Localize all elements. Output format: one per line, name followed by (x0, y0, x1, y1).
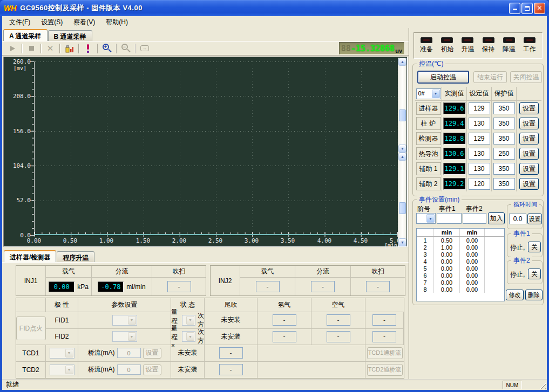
cancel-button[interactable]: ✕ (43, 43, 57, 54)
detector-setpoint-input[interactable]: 129 (469, 133, 490, 145)
inj2-purge-value: - (366, 281, 390, 292)
menu-file[interactable]: 文件(F) (4, 16, 36, 29)
event2-off-button[interactable]: 关 (528, 269, 541, 279)
fid2-hydrogen-value: - (327, 331, 350, 342)
event-row[interactable]: 30.000.00 (417, 251, 504, 258)
inj1-label: INJ1 (16, 266, 46, 295)
tcd-setpoint-input[interactable]: 130 (469, 148, 490, 160)
event-row[interactable]: 80.000.00 (417, 286, 504, 293)
event-row[interactable]: 50.000.00 (417, 265, 504, 272)
tcd2-polarity-select[interactable]: ▼ (50, 365, 74, 375)
scroll-down-icon[interactable]: ▼ (398, 238, 406, 246)
event1-state-label: 停止, (510, 243, 525, 252)
y-major-ticks (30, 61, 35, 236)
tab-channel-a[interactable]: A 通道采样 (3, 29, 48, 41)
tcd1-gas-blank (257, 345, 365, 362)
tcd1-bridge-set-button[interactable]: 设置 (143, 348, 161, 359)
aux2-protect-input[interactable]: 350 (493, 178, 515, 190)
fid-ignite-button[interactable]: FID点火 (16, 317, 46, 340)
x-tick-label: 2.00 (172, 237, 187, 244)
zoom-out-button[interactable]: − (119, 43, 133, 54)
event1-unit-header: min (434, 229, 460, 236)
stop-acquisition-button[interactable] (24, 43, 38, 54)
full-scale-button[interactable]: ↔ (138, 43, 152, 54)
fid1-range-select[interactable]: ▼ (182, 315, 195, 326)
scale-scrollbar-lower[interactable]: ▲ ▼ (398, 153, 406, 246)
aux2-set-button[interactable]: 设置 (519, 178, 539, 190)
cycle-time-set-button[interactable]: 设置 (527, 214, 542, 224)
zone-selector[interactable]: 0#▼ (416, 88, 441, 99)
tcd2-bridge-on-button[interactable]: TCD2通桥流 (367, 364, 403, 376)
tab-channel-b[interactable]: B 通道采样 (48, 30, 92, 41)
aux1-setpoint-input[interactable]: 130 (469, 163, 490, 175)
tcd1-bridge-on-button[interactable]: TCD1通桥流 (367, 347, 403, 359)
detector-set-button[interactable]: 设置 (519, 133, 539, 145)
fid2-polarity-select[interactable]: ▼ (112, 331, 137, 342)
event-row[interactable]: 40.000.00 (417, 258, 504, 265)
x-tick-label: 0.00 (27, 237, 42, 244)
detector-protect-input[interactable]: 350 (493, 133, 515, 145)
event-row[interactable]: 70.000.00 (417, 279, 504, 286)
cycle-time-input[interactable]: 0.0 (509, 214, 526, 224)
toolbar-separator (40, 44, 41, 53)
hydrogen-header: 氢气 (257, 298, 311, 312)
tcd2-bridge-input[interactable]: 0 (117, 365, 141, 375)
tcd-protect-input[interactable]: 250 (493, 148, 515, 160)
tab-injector-detector[interactable]: 进样器/检测器 (4, 250, 56, 262)
event2-time-input[interactable] (463, 213, 486, 224)
start-temp-control-button[interactable]: 启动控温 (417, 71, 469, 84)
gridline (180, 61, 180, 234)
minimize-button[interactable] (509, 3, 520, 14)
aux1-set-button[interactable]: 设置 (519, 163, 539, 175)
menu-settings[interactable]: 设置(S) (36, 16, 68, 29)
add-event-button[interactable]: 加入 (488, 212, 505, 224)
clear-curve-button[interactable] (62, 43, 76, 54)
delete-button[interactable]: 删除 (525, 290, 543, 300)
event-row[interactable]: 10.500.00 (417, 237, 504, 244)
maximize-button[interactable] (521, 3, 533, 14)
aux1-protect-input[interactable]: 350 (493, 163, 515, 175)
close-button[interactable]: ✕ (534, 3, 545, 14)
oven-protect-input[interactable]: 350 (493, 118, 515, 129)
scroll-up-icon[interactable]: ▲ (398, 153, 406, 161)
modify-button[interactable]: 修改 (506, 290, 524, 300)
stage-select[interactable]: ▼ (416, 213, 436, 224)
tcd-set-button[interactable]: 设置 (519, 148, 539, 160)
event-row[interactable]: 21.000.00 (417, 244, 504, 251)
aux2-setpoint-input[interactable]: 120 (469, 178, 490, 190)
oven-setpoint-input[interactable]: 130 (469, 118, 490, 129)
scrollbar-thumb[interactable] (399, 109, 406, 121)
scale-scrollbar-upper[interactable]: ▲ ▼ (398, 58, 406, 153)
tcd2-bridge-set-button[interactable]: 设置 (143, 365, 161, 375)
scroll-down-icon[interactable]: ▼ (398, 145, 406, 153)
fid2-range-select[interactable]: ▼ (182, 331, 195, 342)
end-run-button[interactable]: 结束运行 (473, 71, 507, 83)
oven-set-button[interactable]: 设置 (519, 118, 539, 129)
fid1-polarity-select[interactable]: ▼ (112, 315, 137, 326)
event-settings-group: 事件设置(min) 阶号 事件1 事件2 ▼ 加入 min min 10.500… (412, 200, 544, 305)
zone-name: 进样器 (416, 102, 441, 115)
event-row[interactable]: 60.000.00 (417, 272, 504, 279)
zoom-in-button[interactable]: + (100, 43, 114, 54)
injector-setpoint-input[interactable]: 129 (469, 102, 490, 114)
scrollbar-thumb[interactable] (399, 202, 406, 214)
x-tick-label: 4.50 (354, 237, 368, 244)
event1-off-button[interactable]: 关 (528, 242, 541, 252)
injector-set-button[interactable]: 设置 (519, 102, 539, 114)
menu-view[interactable]: 察看(V) (68, 16, 100, 29)
tcd1-polarity-select[interactable]: ▼ (50, 348, 74, 359)
resize-grip[interactable] (539, 382, 546, 389)
tail-gas-header: 尾吹 (205, 298, 257, 312)
chevron-down-icon: ▼ (432, 90, 440, 98)
start-acquisition-button[interactable] (5, 43, 19, 54)
close-temp-control-button[interactable]: 关闭控温 (510, 71, 542, 83)
injector-protect-input[interactable]: 350 (493, 102, 515, 114)
chromatogram-plot[interactable] (34, 61, 397, 235)
detector-header-blank (16, 298, 46, 312)
scroll-up-icon[interactable]: ▲ (398, 58, 406, 66)
menu-help[interactable]: 帮助(H) (100, 16, 133, 29)
event1-time-input[interactable] (437, 213, 462, 224)
tab-temperature-program[interactable]: 程序升温 (57, 251, 94, 262)
tcd1-bridge-input[interactable]: 0 (117, 348, 141, 358)
event-mark-button[interactable] (81, 43, 95, 54)
